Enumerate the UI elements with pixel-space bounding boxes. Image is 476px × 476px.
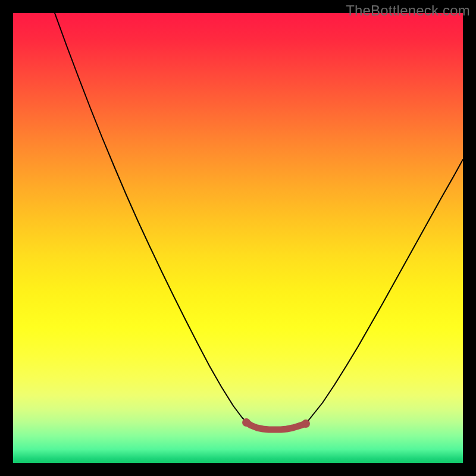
plot-area — [13, 13, 463, 463]
plateau-highlight — [246, 422, 306, 430]
watermark-label: TheBottleneck.com — [346, 2, 470, 19]
bottleneck-curve — [55, 13, 463, 430]
highlight-end-dot — [302, 419, 310, 428]
highlight-start-dot — [242, 418, 250, 427]
chart-frame: TheBottleneck.com — [0, 0, 476, 476]
curve-layer — [13, 13, 463, 463]
